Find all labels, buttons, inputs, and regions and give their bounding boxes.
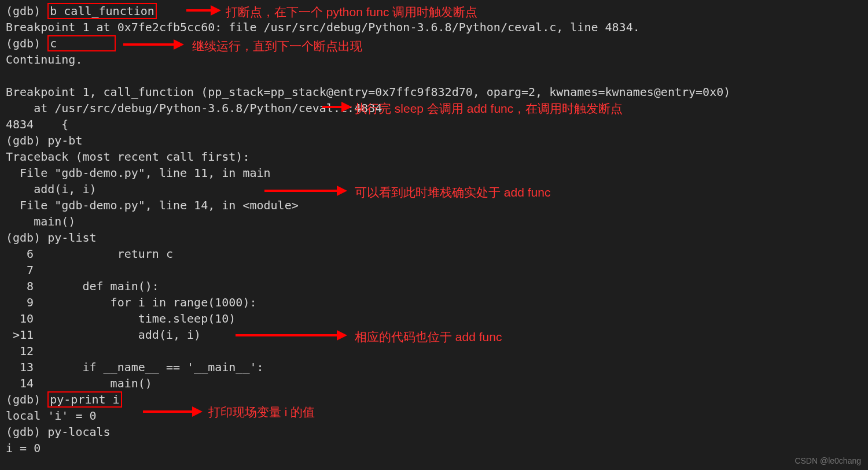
watermark-text: CSDN @le0chang xyxy=(795,456,861,467)
gdb-prompt: (gdb) xyxy=(6,4,47,18)
gdb-prompt: (gdb) xyxy=(6,231,47,245)
gdb-prompt: (gdb) xyxy=(6,36,47,50)
terminal-output-line: main() xyxy=(6,213,862,230)
terminal-output-line: 13 if __name__ == '__main__': xyxy=(6,359,862,375)
highlighted-command-3: py-print i xyxy=(47,391,122,408)
annotation-stack: 可以看到此时堆栈确实处于 add func xyxy=(355,184,550,201)
terminal-output-line: Breakpoint 1, call_function (pp_stack=pp… xyxy=(6,84,862,100)
terminal-output-line: 8 def main(): xyxy=(6,278,862,294)
terminal-blank-line xyxy=(6,68,862,84)
terminal-output-line: Traceback (most recent call first): xyxy=(6,149,862,165)
terminal-output-line: 9 for i in range(1000): xyxy=(6,294,862,310)
terminal-output-line: local 'i' = 0 xyxy=(6,408,862,424)
terminal-output-line: Breakpoint 1 at 0x7fe2cfb5cc60: file /us… xyxy=(6,19,862,35)
terminal-output-line: 10 time.sleep(10) xyxy=(6,310,862,327)
gdb-line-pybt-cmd: (gdb) py-bt xyxy=(6,132,862,149)
terminal-output-line: Continuing. xyxy=(6,51,862,68)
annotation-sleep-add: 执行完 sleep 会调用 add func，在调用时触发断点 xyxy=(355,100,623,117)
terminal-output-line: File "gdb-demo.py", line 11, in main xyxy=(6,165,862,181)
annotation-print-var: 打印现场变量 i 的值 xyxy=(208,404,315,420)
gdb-line-pylocals-cmd: (gdb) py-locals xyxy=(6,424,862,440)
highlighted-command-1: b call_function xyxy=(47,3,157,19)
terminal-output-line: 7 xyxy=(6,262,862,278)
annotation-continue: 继续运行，直到下一个断点出现 xyxy=(192,38,362,54)
gdb-prompt: (gdb) xyxy=(6,425,47,439)
terminal-output-line: 14 main() xyxy=(6,375,862,391)
annotation-code-location: 相应的代码也位于 add func xyxy=(355,328,502,345)
terminal-output-line: 6 return c xyxy=(6,246,862,262)
gdb-line-pylist-cmd: (gdb) py-list xyxy=(6,230,862,246)
terminal-output-line: i = 0 xyxy=(6,440,862,456)
gdb-line-pyprint-cmd: (gdb) py-print i xyxy=(6,391,862,408)
gdb-prompt: (gdb) xyxy=(6,134,47,147)
terminal-output-line: 4834 { xyxy=(6,116,862,132)
annotation-breakpoint: 打断点，在下一个 python func 调用时触发断点 xyxy=(226,3,477,20)
highlighted-command-2: c xyxy=(47,35,116,51)
gdb-prompt: (gdb) xyxy=(6,393,47,406)
